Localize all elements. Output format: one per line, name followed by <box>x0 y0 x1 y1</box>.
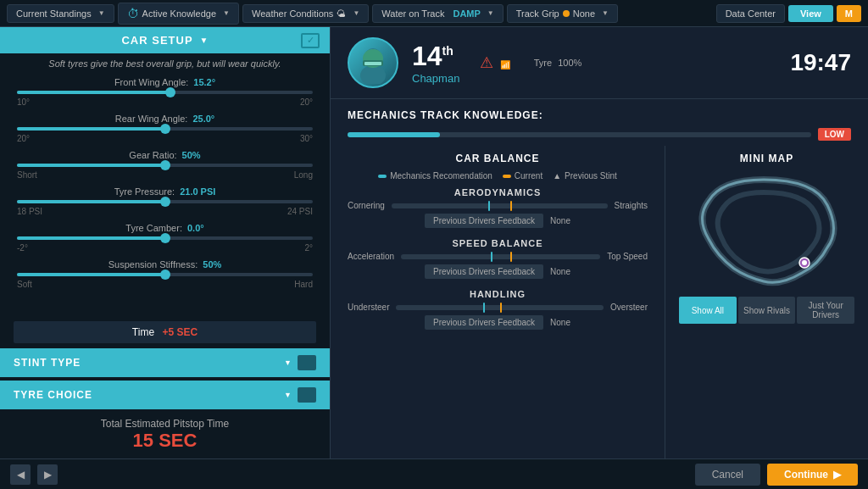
data-center-label: Data Center <box>726 8 776 19</box>
mm-logo: M <box>837 5 861 22</box>
car-setup-header[interactable]: CAR SETUP ▼ ✓ <box>0 27 330 53</box>
slider-thumb-3[interactable] <box>160 197 170 207</box>
speed-feedback-btn[interactable]: Previous Drivers Feedback <box>425 264 543 279</box>
slider-thumb-0[interactable] <box>165 87 175 97</box>
slider-thumb-2[interactable] <box>160 160 170 170</box>
slider-thumb-1[interactable] <box>160 124 170 134</box>
stint-chevron: ▼ <box>284 358 292 367</box>
tyre-choice-btn[interactable]: TYRE CHOICE ▼ <box>0 381 330 409</box>
main-content: CAR SETUP ▼ ✓ Soft tyres give the best o… <box>0 27 868 458</box>
nav-next-button[interactable]: ▶ <box>37 464 58 485</box>
middle-content: CAR BALANCE Mechanics Recomendation Curr… <box>331 146 868 458</box>
race-timer: 19:47 <box>790 49 851 76</box>
slider-fill-5 <box>17 273 165 276</box>
signal-icon: 📶 <box>500 60 510 69</box>
slider-label-1: Rear Wing Angle: 25.0° <box>17 114 313 124</box>
clock-icon: ⏱ <box>127 7 139 20</box>
nav-prev-button[interactable]: ◀ <box>10 464 31 485</box>
slider-track-5[interactable] <box>17 273 313 276</box>
slider-value-0: 15.2° <box>193 77 215 87</box>
tyre-percent: 100% <box>558 58 581 68</box>
slider-max-0: 20° <box>300 97 313 107</box>
slider-value-4: 0.0° <box>187 223 204 233</box>
map-btn-1[interactable]: Show Rivals <box>738 297 796 324</box>
standings-label: Current Standings <box>16 8 92 19</box>
checkmark-box[interactable]: ✓ <box>301 33 320 48</box>
knowledge-bar: LOW <box>348 128 851 141</box>
slider-thumb-4[interactable] <box>160 233 170 243</box>
track-grip-dropdown[interactable]: Track Grip None ▼ <box>507 4 618 23</box>
slider-track-1[interactable] <box>17 127 313 131</box>
chevron-down-icon: ▼ <box>200 36 209 45</box>
continue-button[interactable]: Continue ▶ <box>767 464 858 486</box>
slider-track-3[interactable] <box>17 200 313 203</box>
slider-value-3: 21.0 PSI <box>180 186 215 197</box>
continue-label: Continue <box>784 469 828 481</box>
speed-balance-group: SPEED BALANCE Acceleration Top Speed Pre… <box>348 238 648 279</box>
mini-map-section: MINI MAP Show AllShow RivalsJust Your D <box>665 146 868 458</box>
tyre-chevron: ▼ <box>284 391 292 399</box>
speed-orange-marker <box>510 252 512 262</box>
svg-rect-5 <box>364 62 381 65</box>
slider-min-2: Short <box>17 170 37 180</box>
time-value: +5 SEC <box>162 326 198 338</box>
slider-track-4[interactable] <box>17 236 313 240</box>
car-setup-title: CAR SETUP <box>121 34 192 47</box>
active-knowledge-dropdown[interactable]: ⏱ Active Knowledge ▼ <box>118 3 239 25</box>
time-display: Time +5 SEC <box>14 321 316 343</box>
slider-min-5: Soft <box>17 280 32 289</box>
legend-mechanics-label: Mechanics Recomendation <box>390 171 492 181</box>
svg-point-1 <box>360 65 386 84</box>
slider-max-2: Long <box>294 170 313 180</box>
speed-track <box>401 254 600 259</box>
weather-dropdown[interactable]: Weather Conditions 🌤 ▼ <box>242 4 369 23</box>
map-btn-0[interactable]: Show All <box>679 297 737 324</box>
bottom-bar: ◀ ▶ Cancel Continue ▶ <box>0 458 868 489</box>
slider-row-2: Gear Ratio: 50% Short Long <box>17 150 313 180</box>
knowledge-level: LOW <box>818 128 851 141</box>
legend-previous: ▲ Previous Stint <box>553 171 617 181</box>
driver-header: 14th Chapman ⚠ 📶 Tyre 100% 19:47 <box>331 27 868 99</box>
view-button[interactable]: View <box>788 5 833 22</box>
slider-row-0: Front Wing Angle: 15.2° 10° 20° <box>17 77 313 107</box>
mini-map-title: MINI MAP <box>679 153 854 164</box>
handling-feedback-btn[interactable]: Previous Drivers Feedback <box>425 315 543 330</box>
teal-dot <box>378 175 387 178</box>
map-btn-2[interactable]: Just Your Drivers <box>797 297 854 324</box>
slider-min-1: 20° <box>17 134 30 143</box>
total-pitstop-label: Total Estimated Pitstop Time <box>101 418 229 430</box>
legend-mechanics: Mechanics Recomendation <box>378 171 492 181</box>
standings-dropdown[interactable]: Current Standings ▼ <box>7 4 114 23</box>
knowledge-fill <box>348 132 440 137</box>
speed-teal-marker <box>491 252 492 262</box>
slider-thumb-5[interactable] <box>160 270 170 280</box>
driver-name: Chapman <box>412 72 459 85</box>
speed-feedback-value: None <box>550 267 570 276</box>
continue-arrow-icon: ▶ <box>833 469 841 481</box>
tyre-label: Tyre <box>534 58 552 68</box>
stint-type-btn[interactable]: STINT TYPE ▼ <box>0 348 330 377</box>
handling-left-label: Understeer <box>348 303 389 312</box>
balance-section: CAR BALANCE Mechanics Recomendation Curr… <box>331 146 665 458</box>
slider-min-0: 10° <box>17 97 30 107</box>
top-bar: Current Standings ▼ ⏱ Active Knowledge ▼… <box>0 0 868 27</box>
slider-track-2[interactable] <box>17 164 313 167</box>
cancel-button[interactable]: Cancel <box>695 464 760 486</box>
aero-feedback-btn[interactable]: Previous Drivers Feedback <box>425 214 543 228</box>
svg-point-7 <box>802 260 807 265</box>
slider-track-0[interactable] <box>17 91 313 94</box>
speed-right-label: Top Speed <box>607 252 648 261</box>
slider-fill-1 <box>17 127 165 131</box>
handling-feedback-value: None <box>550 318 570 327</box>
aero-feedback-row: Previous Drivers Feedback None <box>348 214 648 228</box>
weather-chevron: ▼ <box>353 9 359 17</box>
handling-track <box>396 305 604 310</box>
slider-label-text-1: Rear Wing Angle: <box>115 114 188 124</box>
slider-max-1: 30° <box>300 134 313 143</box>
slider-label-2: Gear Ratio: 50% <box>17 150 313 160</box>
knowledge-title: MECHANICS TRACK KNOWLEDGE: <box>348 109 851 121</box>
orange-dot <box>503 175 511 178</box>
mini-map-track <box>679 171 854 290</box>
water-dropdown[interactable]: Water on Track DAMP ▼ <box>372 4 503 23</box>
slider-label-text-5: Suspension Stiffness: <box>108 259 198 270</box>
